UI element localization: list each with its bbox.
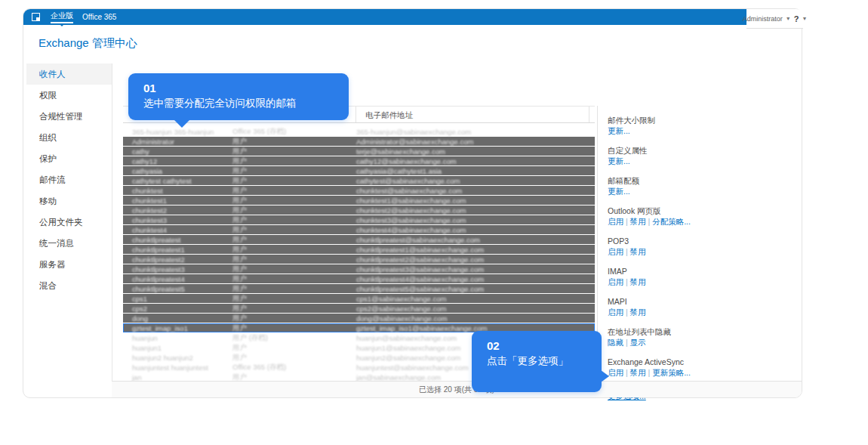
callout-step-number: 02	[487, 338, 586, 354]
table-row[interactable]: Administrator用户Administrator@sabinaexcha…	[123, 137, 595, 147]
cell-email: cathy12@sabinaexchange.com	[356, 157, 595, 165]
sidebar-item-recipients[interactable]: 收件人	[26, 63, 112, 85]
cell-type: 用户	[232, 176, 356, 186]
table-row[interactable]: cps2用户cps2@sabinaexchange.com	[123, 304, 595, 314]
link-separator: |	[623, 247, 630, 256]
sidebar-item-organization[interactable]: 组织	[26, 127, 112, 148]
sidebar-item-mail-flow[interactable]: 邮件流	[26, 169, 112, 190]
email-column-header[interactable]: 电子邮件地址	[365, 110, 413, 121]
link-separator: |	[646, 368, 653, 377]
cell-email: chunktest4@sabinaexchange.com	[356, 226, 595, 234]
table-row[interactable]: chunktest用户chunktest@sabinaexchange.com	[123, 186, 595, 196]
cell-name: Administrator	[123, 138, 232, 146]
cell-name: chunktest	[123, 187, 232, 195]
action-link[interactable]: 更新...	[608, 156, 630, 165]
table-row[interactable]: 365-huanjun 365-huanjunOffice 365 (存档)36…	[123, 127, 595, 137]
table-row[interactable]: cathytest cathytest用户cathytest@sabinaexc…	[123, 176, 595, 186]
sidebar-item-unified-messaging[interactable]: 统一消息	[26, 233, 112, 254]
section-title: MAPI	[608, 296, 798, 307]
cell-type: 用户	[232, 284, 356, 294]
callout-step-text: 选中需要分配完全访问权限的邮箱	[143, 96, 334, 110]
action-link[interactable]: 禁用	[630, 217, 646, 226]
section-links: 更新...	[608, 186, 798, 197]
table-row[interactable]: chunktest4用户chunktest4@sabinaexchange.co…	[123, 225, 595, 235]
user-menu[interactable]: Administrator ▼ ? ▼	[746, 9, 803, 29]
cell-type: 用户	[232, 147, 356, 156]
sidebar-item-permissions[interactable]: 权限	[26, 85, 112, 106]
cell-email: chunktlpreatest1@sabinaexchange.com	[356, 246, 595, 254]
table-row[interactable]: chunktlpreatest5用户chunktlpreatest5@sabin…	[123, 284, 595, 294]
cell-type: Office 365 (存档)	[232, 127, 356, 137]
details-section: Outlook 网页版启用 | 禁用 | 分配策略...	[608, 206, 798, 227]
section-links: 隐藏 | 显示	[608, 337, 798, 348]
table-row[interactable]: chunktlpreatest3用户chunktlpreatest3@sabin…	[123, 264, 595, 274]
sidebar-item-protection[interactable]: 保护	[26, 148, 112, 169]
table-row[interactable]: chunktest3用户chunktest3@sabinaexchange.co…	[123, 215, 595, 225]
action-link[interactable]: 更新策略...	[652, 368, 691, 377]
cell-type: 用户	[232, 186, 356, 196]
cell-email: chunktlpreatest@sabinaexchange.com	[356, 236, 595, 244]
sidebar-item-servers[interactable]: 服务器	[26, 254, 112, 275]
cell-email: terje@sabinaexchange.com	[356, 147, 595, 156]
section-links: 更新...	[608, 125, 798, 137]
action-link[interactable]: 禁用	[630, 368, 646, 377]
action-link[interactable]: 分配策略...	[652, 217, 691, 226]
table-row[interactable]: chunktest2用户chunktest2@sabinaexchange.co…	[123, 206, 595, 215]
link-separator: |	[623, 368, 630, 377]
details-section: 自定义属性更新...	[608, 145, 798, 167]
user-menu-label: Administrator	[743, 15, 783, 23]
cell-type: 用户	[232, 245, 356, 255]
cell-type: 用户	[232, 137, 356, 147]
action-link[interactable]: 启用	[608, 307, 623, 317]
details-panel: 邮件大小限制更新...自定义属性更新...邮箱配额更新...Outlook 网页…	[608, 115, 798, 402]
callout-step-text: 点击「更多选项」	[487, 354, 586, 368]
cell-type: 用户	[232, 166, 356, 176]
table-row[interactable]: cathy12用户cathy12@sabinaexchange.com	[123, 156, 595, 166]
column-divider	[589, 107, 589, 122]
cell-name: huanjun	[123, 334, 232, 342]
cell-type: Office 365 (存档)	[232, 363, 356, 372]
sidebar-item-hybrid[interactable]: 混合	[26, 275, 112, 296]
action-link[interactable]: 隐藏	[608, 338, 623, 347]
action-link[interactable]: 禁用	[630, 307, 646, 317]
section-links: 启用 | 禁用 | 更新策略...	[608, 367, 798, 379]
enterprise-tab[interactable]: 企业版	[51, 11, 73, 23]
help-menu[interactable]: ?	[794, 14, 799, 23]
table-row[interactable]: cps1用户cps1@sabinaexchange.com	[123, 294, 595, 304]
table-row[interactable]: chunktlpreatest用户chunktlpreatest@sabinae…	[123, 235, 595, 245]
table-row[interactable]: chunktest1用户chunktest1@sabinaexchange.co…	[123, 196, 595, 206]
table-row[interactable]: cathyasia用户cathyasia@cathytest1.asia	[123, 166, 595, 176]
cell-type: 用户	[232, 196, 356, 206]
action-link[interactable]: 显示	[630, 338, 646, 347]
cell-name: cathytest cathytest	[123, 177, 232, 185]
action-link[interactable]: 启用	[608, 217, 623, 226]
section-title: POP3	[608, 236, 798, 246]
sidebar-item-public-folders[interactable]: 公用文件夹	[26, 212, 112, 233]
cell-name: chunktest4	[123, 226, 232, 234]
action-link[interactable]: 更新...	[608, 187, 630, 196]
action-link[interactable]: 启用	[608, 368, 623, 377]
action-link[interactable]: 禁用	[630, 247, 646, 256]
table-row[interactable]: dong用户dong@sabinaexchange.com	[123, 314, 595, 323]
cell-name: chunktest2	[123, 206, 232, 215]
cell-email: Administrator@sabinaexchange.com	[356, 138, 595, 146]
action-link[interactable]: 启用	[608, 247, 623, 256]
details-section: 邮件大小限制更新...	[608, 115, 798, 137]
sidebar-item-compliance[interactable]: 合规性管理	[26, 106, 112, 127]
action-link[interactable]: 禁用	[630, 277, 646, 286]
cell-type: 用户	[232, 225, 356, 235]
action-link[interactable]: 更新...	[608, 126, 630, 135]
section-title: 自定义属性	[608, 145, 798, 156]
table-row[interactable]: chunktlpreatest4用户chunktlpreatest4@sabin…	[123, 274, 595, 284]
cell-name: huanjuntest huanjuntest	[123, 363, 232, 372]
section-title: 在地址列表中隐藏	[608, 326, 798, 337]
cell-email: chunktest3@sabinaexchange.com	[356, 216, 595, 224]
details-section: 在地址列表中隐藏隐藏 | 显示	[608, 326, 798, 348]
cell-email: cps2@sabinaexchange.com	[356, 304, 595, 313]
cell-name: cathyasia	[123, 167, 232, 175]
table-row[interactable]: chunktlpreatest1用户chunktlpreatest1@sabin…	[123, 245, 595, 255]
action-link[interactable]: 启用	[608, 277, 623, 286]
table-row[interactable]: chunktlpreatest2用户chunktlpreatest2@sabin…	[123, 255, 595, 264]
table-row[interactable]: cathy用户terje@sabinaexchange.com	[123, 147, 595, 156]
sidebar-item-mobile[interactable]: 移动	[26, 190, 112, 212]
